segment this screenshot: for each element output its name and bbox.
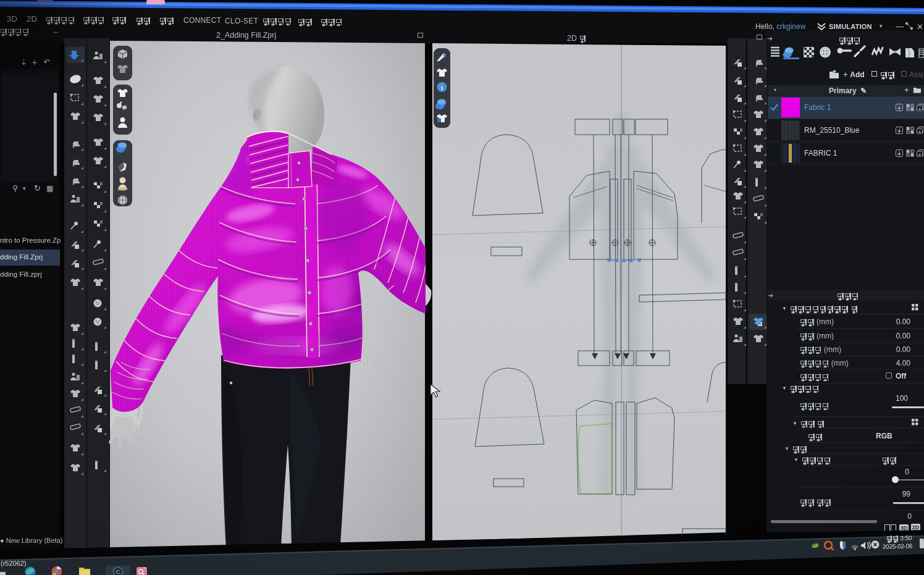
svg-text:i: i: [441, 84, 443, 91]
svg-text:C: C: [116, 569, 120, 575]
